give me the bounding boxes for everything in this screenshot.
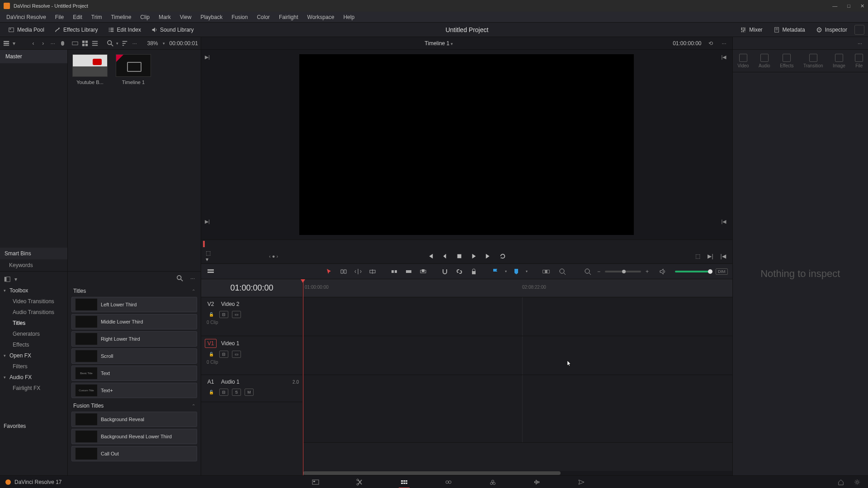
match-frame-prev-icon[interactable]: ▶| [205,54,212,61]
menu-color[interactable]: Color [253,13,274,22]
clip-youtube-b-[interactable]: Youtube B... [72,54,108,85]
fx-subcategory-titles[interactable]: Titles [0,318,67,328]
jump-next-icon[interactable]: |◀ [722,219,729,226]
fx-section-fusion-titles[interactable]: Fusion Titles⌃ [71,400,197,412]
fx-item-background-reveal-lower-third[interactable]: Background Reveal Lower Third [71,429,197,444]
menu-davinci-resolve[interactable]: DaVinci Resolve [3,13,50,22]
snap-toggle[interactable] [440,267,450,277]
prev-edit-button[interactable]: |◀ [719,252,728,261]
flag-dropdown[interactable] [491,267,500,277]
insert-clip-button[interactable] [389,267,399,277]
detail-zoom-button[interactable] [583,267,593,277]
next-edit-button[interactable]: ▶| [706,252,715,261]
track-header-a1[interactable]: A1Audio 12.0🔓⊟SM [201,375,302,402]
menu-timeline[interactable]: Timeline [107,13,135,22]
fx-sidebar-toggle[interactable] [3,275,12,284]
match-frame-next-icon[interactable]: |◀ [722,54,729,61]
stop-button[interactable] [454,251,464,261]
nav-more[interactable]: ··· [49,39,57,48]
fx-options[interactable]: ··· [188,274,197,283]
smart-bins-header[interactable]: Smart Bins [0,248,67,259]
menu-fairlight[interactable]: Fairlight [275,13,302,22]
monitor-volume-slider[interactable] [675,271,711,272]
pool-options[interactable]: ··· [131,39,138,48]
mixer-button[interactable]: Mixer [736,25,767,35]
track-lane-v2[interactable] [303,297,732,336]
track-body[interactable]: 01:00:00:00 02:08:22:00 03:16:44:00 [303,279,732,475]
inspector-tab-video[interactable]: Video [737,54,749,68]
fx-section-titles[interactable]: Titles⌃ [71,285,197,297]
menu-mark[interactable]: Mark [155,13,175,22]
fx-search-icon[interactable] [175,274,184,283]
timeline-zoom-slider[interactable] [605,271,641,272]
thumbnail-list[interactable] [91,39,99,48]
inspector-tab-file[interactable]: File [855,54,863,68]
transform-mode-dropdown[interactable]: ⬚ ▾ [206,252,215,261]
fx-category-toolbox[interactable]: ▾Toolbox [0,285,67,296]
track-lane-a1[interactable] [303,375,732,443]
bin-list-toggle[interactable] [3,39,10,48]
inspector-tab-image[interactable]: Image [833,54,845,68]
smart-bin-keywords[interactable]: Keywords [0,259,67,271]
clip-timeline-1[interactable]: Timeline 1 [116,54,151,85]
fx-item-middle-lower-third[interactable]: Middle Lower Third [71,314,197,329]
fx-item-scroll[interactable]: Scroll [71,348,197,364]
timeline-hscrollbar[interactable] [303,471,732,475]
metadata-button[interactable]: Metadata [769,25,810,35]
page-edit[interactable] [398,477,410,487]
bin-master[interactable]: Master [0,50,67,63]
position-lock-toggle[interactable] [469,267,479,277]
fx-favorites[interactable]: Favorites [0,421,67,432]
clip-nav-dots[interactable]: ‹ ● › [269,253,278,259]
fx-subcategory-generators[interactable]: Generators [0,328,67,339]
fx-subcategory-fairlight-fx[interactable]: Fairlight FX [0,383,67,394]
nav-fwd[interactable]: › [39,39,47,48]
maximize-button[interactable]: □ [847,3,850,9]
playhead[interactable] [303,279,303,475]
fx-item-left-lower-third[interactable]: Left Lower Third [71,297,197,312]
inspector-button[interactable]: Inspector [811,25,852,35]
marker-dropdown[interactable] [511,267,521,277]
search-icon[interactable] [107,39,114,48]
edit-index-button[interactable]: Edit Index [104,25,146,35]
fx-category-audio-fx[interactable]: ▾Audio FX [0,372,67,383]
track-header-v2[interactable]: V2Video 2🔓⊟▭0 Clip [201,297,302,336]
menu-clip[interactable]: Clip [137,13,153,22]
blade-tool[interactable] [368,267,377,277]
timeline-ruler[interactable]: 01:00:00:00 02:08:22:00 03:16:44:00 [303,279,732,297]
fx-item-text[interactable]: Basic TitleText [71,366,197,381]
sort-icon[interactable] [121,39,128,48]
replace-clip-button[interactable] [418,267,428,277]
overwrite-clip-button[interactable] [404,267,414,277]
timeline-view-options[interactable] [206,267,216,277]
jump-prev-icon[interactable]: ▶| [205,219,212,226]
inspector-tab-audio[interactable]: Audio [759,54,770,68]
play-button[interactable] [469,251,479,261]
range-select-tool[interactable] [539,267,553,277]
mute-toggle[interactable] [658,267,668,277]
viewer-options[interactable]: ··· [720,39,729,48]
fx-item-call-out[interactable]: Call Out [71,446,197,461]
viewer-loop-icon[interactable]: ⟲ [706,39,715,48]
matchframe-button[interactable]: ⬚ [693,252,703,261]
zoom-to-fit-button[interactable] [557,267,567,277]
inspector-tab-transition[interactable]: Transition [803,54,823,68]
page-media[interactable] [309,477,322,487]
inspector-expand-toggle[interactable]: ··· [855,39,864,48]
full-screen-toggle[interactable] [854,25,864,35]
menu-workspace[interactable]: Workspace [304,13,338,22]
menu-edit[interactable]: Edit [69,13,86,22]
menu-view[interactable]: View [176,13,195,22]
page-deliver[interactable] [575,477,588,487]
timeline-name-dropdown[interactable]: Timeline 1 [208,40,669,47]
home-button[interactable] [836,478,845,487]
menu-file[interactable]: File [52,13,67,22]
inspector-tab-effects[interactable]: Effects [780,54,793,68]
trim-tool[interactable] [339,267,349,277]
fx-subcategory-audio-transitions[interactable]: Audio Transitions [0,307,67,318]
timeline-viewer[interactable]: ▶| |◀ ▶| |◀ [201,50,732,239]
page-color[interactable] [486,477,499,487]
track-header-v1[interactable]: V1Video 1🔓⊟▭0 Clip [201,336,302,375]
thumbnail-grid[interactable] [81,39,89,48]
go-first-button[interactable] [425,251,435,261]
